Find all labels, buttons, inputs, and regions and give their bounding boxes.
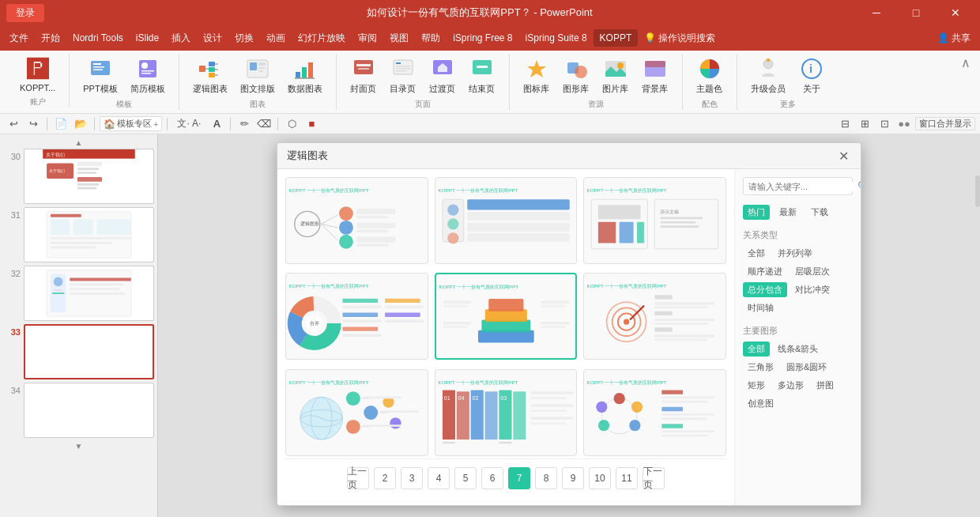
menu-file[interactable]: 文件 bbox=[3, 28, 35, 48]
ribbon-cover-page[interactable]: 封面页 bbox=[346, 54, 381, 97]
ribbon-ppt-template[interactable]: PPT模板 bbox=[79, 54, 121, 97]
option-timeline[interactable]: 时间轴 bbox=[743, 300, 778, 315]
toolbar-redo[interactable]: ↪ bbox=[24, 116, 42, 132]
ribbon-end-page[interactable]: 结束页 bbox=[465, 54, 499, 97]
page-btn-6[interactable]: 6 bbox=[481, 467, 503, 489]
menu-islide[interactable]: iSlide bbox=[130, 29, 165, 47]
template-card-2[interactable]: KOPPT 一十一份有气质的互联网PPT bbox=[435, 177, 578, 264]
search-input[interactable] bbox=[748, 182, 858, 191]
slide-img-30[interactable]: 关于我们 关于我们 bbox=[24, 149, 154, 204]
template-card-6[interactable]: KOPPT 一十一份有气质的互联网PPT bbox=[583, 273, 726, 360]
option-total-contain[interactable]: 总分包含 bbox=[743, 282, 787, 297]
menu-ispring-suite[interactable]: iSpring Suite 8 bbox=[519, 29, 594, 47]
menu-design[interactable]: 设计 bbox=[197, 28, 228, 48]
ribbon-theme-color[interactable]: 主题色 bbox=[692, 54, 727, 97]
page-btn-2[interactable]: 2 bbox=[374, 467, 396, 489]
menu-share[interactable]: 👤 共享 bbox=[931, 28, 977, 48]
menu-help[interactable]: 帮助 bbox=[415, 28, 447, 48]
toolbar-new[interactable]: 📄 bbox=[52, 116, 70, 132]
toolbar-view3[interactable]: ⊡ bbox=[876, 116, 893, 132]
toolbar-pen[interactable]: ✏ bbox=[236, 116, 253, 132]
option-contrast[interactable]: 对比冲突 bbox=[790, 282, 835, 297]
next-page-button[interactable]: 下一页 bbox=[643, 467, 665, 489]
menu-transition[interactable]: 切换 bbox=[228, 28, 260, 48]
slide-thumb-32[interactable]: 32 bbox=[3, 266, 154, 321]
ribbon-icon-lib[interactable]: 图标库 bbox=[519, 54, 554, 97]
toolbar-font-size[interactable]: 文· A· bbox=[172, 117, 205, 130]
menu-home[interactable]: 开始 bbox=[35, 28, 66, 48]
filter-tab-hot[interactable]: 热门 bbox=[743, 205, 770, 220]
ribbon-shape-lib[interactable]: 图形库 bbox=[559, 54, 594, 97]
template-card-5[interactable]: KOPPT 一十一份有气质的互联网PPT bbox=[435, 273, 578, 360]
ribbon-collapse[interactable]: ∧ bbox=[958, 54, 974, 72]
slide-thumb-30[interactable]: 30 关于我们 关于我们 bbox=[3, 149, 154, 204]
toolbar-open[interactable]: 📂 bbox=[72, 116, 89, 132]
page-btn-10[interactable]: 10 bbox=[589, 467, 611, 489]
filter-tab-download[interactable]: 下载 bbox=[806, 205, 833, 220]
window-merge-display[interactable]: 窗口合并显示 bbox=[915, 117, 975, 130]
toolbar-shape[interactable]: ⬡ bbox=[283, 116, 300, 132]
page-btn-9[interactable]: 9 bbox=[562, 467, 584, 489]
toolbar-color-fill[interactable]: ■ bbox=[303, 116, 320, 132]
slide-thumb-31[interactable]: 31 bbox=[3, 207, 154, 262]
slide-img-34[interactable] bbox=[24, 383, 154, 438]
menu-ispring-free[interactable]: iSpring Free 8 bbox=[447, 29, 518, 47]
option-puzzle[interactable]: 拼图 bbox=[812, 378, 839, 393]
search-icon[interactable]: 🔍 bbox=[858, 180, 861, 192]
menu-animation[interactable]: 动画 bbox=[260, 28, 292, 48]
template-card-4[interactable]: KOPPT 一十一份有气质的互联网PPT 合并 bbox=[285, 273, 428, 360]
slide-scroll-down[interactable]: ▼ bbox=[3, 441, 154, 451]
prev-page-button[interactable]: 上一页 bbox=[347, 467, 369, 489]
toolbar-undo[interactable]: ↩ bbox=[5, 116, 22, 132]
slide-img-32[interactable] bbox=[24, 266, 154, 321]
template-card-9[interactable]: KOPPT 一十一份有气质的互联网PPT bbox=[583, 369, 726, 456]
slide-scroll-up[interactable]: ▲ bbox=[3, 138, 154, 147]
ribbon-transition-page[interactable]: 过渡页 bbox=[425, 54, 460, 97]
close-button[interactable]: ✕ bbox=[937, 0, 974, 25]
toolbar-eraser[interactable]: ⌫ bbox=[255, 116, 273, 132]
slide-thumb-34[interactable]: 34 bbox=[3, 383, 154, 438]
option-rectangle[interactable]: 矩形 bbox=[743, 378, 770, 393]
ribbon-image-lib[interactable]: 图片库 bbox=[598, 54, 633, 97]
ribbon-toc-page[interactable]: 目录页 bbox=[386, 54, 420, 97]
option-all-relation[interactable]: 全部 bbox=[743, 246, 770, 261]
menu-search[interactable]: 💡 操作说明搜索 bbox=[638, 28, 722, 48]
ribbon-logic-chart[interactable]: 逻辑图表 bbox=[189, 54, 232, 97]
maximize-button[interactable]: □ bbox=[898, 0, 934, 25]
page-btn-4[interactable]: 4 bbox=[428, 467, 450, 489]
option-triangle[interactable]: 三角形 bbox=[743, 360, 778, 375]
template-card-7[interactable]: KOPPT 一十一份有气质的互联网PPT bbox=[285, 369, 428, 456]
filter-tab-new[interactable]: 最新 bbox=[775, 205, 801, 220]
page-btn-3[interactable]: 3 bbox=[401, 467, 423, 489]
menu-nordri[interactable]: Nordri Tools bbox=[66, 29, 130, 47]
option-polygon[interactable]: 多边形 bbox=[773, 378, 808, 393]
option-parallel[interactable]: 并列列举 bbox=[773, 246, 817, 261]
ribbon-about[interactable]: i 关于 bbox=[794, 54, 829, 97]
toolbar-view2[interactable]: ⊞ bbox=[856, 116, 873, 132]
template-card-3[interactable]: KOPPT 一十一份有气质的互联网PPT 演示文稿 bbox=[583, 177, 726, 264]
collapse-icon[interactable]: ∧ bbox=[961, 55, 971, 70]
scroll-down-icon[interactable]: ▼ bbox=[74, 441, 84, 451]
option-creative[interactable]: 创意图 bbox=[743, 396, 778, 411]
template-card-8[interactable]: KOPPT 一十一份有气质的互联网PPT bbox=[435, 369, 578, 456]
ribbon-upgrade[interactable]: 升级会员 bbox=[747, 54, 790, 97]
toolbar-bold[interactable]: A bbox=[208, 116, 225, 132]
toolbar-view4[interactable]: ●● bbox=[895, 116, 913, 132]
template-card-1[interactable]: KOPPT 一十一份有气质的互联网PPT 逻辑图形 bbox=[285, 177, 428, 264]
scroll-up-icon[interactable]: ▲ bbox=[74, 138, 84, 147]
ribbon-resume-template[interactable]: 简历模板 bbox=[126, 54, 169, 97]
option-line-arrow[interactable]: 线条&箭头 bbox=[773, 342, 823, 357]
dialog-close-button[interactable]: ✕ bbox=[835, 148, 851, 164]
page-btn-7[interactable]: 7 bbox=[508, 467, 530, 489]
menu-slideshow[interactable]: 幻灯片放映 bbox=[292, 28, 352, 48]
menu-view[interactable]: 视图 bbox=[383, 28, 415, 48]
slide-img-33[interactable] bbox=[24, 324, 154, 379]
page-btn-11[interactable]: 11 bbox=[616, 467, 638, 489]
option-all-shape[interactable]: 全部 bbox=[743, 342, 770, 357]
option-hierarchy[interactable]: 层吸层次 bbox=[790, 264, 835, 279]
menu-koppt[interactable]: KOPPT bbox=[594, 29, 639, 47]
option-circle[interactable]: 圆形&圆环 bbox=[782, 360, 831, 375]
minimize-button[interactable]: ─ bbox=[858, 0, 895, 25]
page-btn-5[interactable]: 5 bbox=[454, 467, 477, 489]
option-sequential[interactable]: 顺序递进 bbox=[743, 264, 787, 279]
